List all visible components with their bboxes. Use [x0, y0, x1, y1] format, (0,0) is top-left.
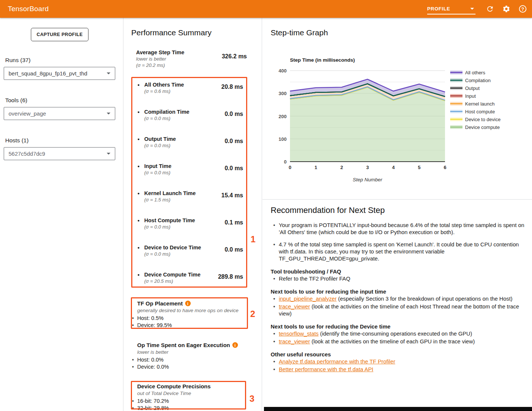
runs-select-value: bert_squad_8gpu_fp16_pvt_thd: [9, 70, 107, 77]
hosts-select[interactable]: 5627c5dd7dc9: [4, 147, 115, 160]
refresh-icon[interactable]: [485, 4, 495, 14]
chevron-down-icon: [107, 72, 110, 74]
metric-row: Device Compute Time(σ = 20.5 ms)289.8 ms: [136, 272, 243, 299]
recommendation-bullet: Your program is POTENTIALLY input-bound …: [271, 222, 528, 236]
recommendation-section: Recommendation for Next Step Your progra…: [271, 206, 528, 374]
metric-label: Output Time: [144, 136, 225, 142]
tools-label: Tools (6): [5, 97, 115, 104]
metric-label: All Others Time: [144, 82, 221, 88]
metric-value: 0.0 ms: [225, 111, 243, 136]
x-tick-label: 3: [366, 165, 369, 170]
metric-sigma: (σ = 0.0 ms): [144, 224, 225, 230]
metric-value: 0.0 ms: [225, 246, 243, 272]
app-title: TensorBoard: [8, 5, 49, 13]
link-tensorflow-stats[interactable]: tensorflow_stats: [279, 331, 319, 337]
item-text: (look at the activities on the timeline …: [310, 339, 475, 344]
dashboard-selector-value: PROFILE: [427, 6, 450, 12]
info-icon[interactable]: i: [185, 301, 191, 306]
recommendation-item: Refer to the TF2 Profiler FAQ: [271, 275, 528, 282]
item-text: (look at the activities on the timeline …: [279, 304, 519, 317]
link-input-pipeline-analyzer[interactable]: input_pipeline_analyzer: [279, 296, 336, 302]
step-time-breakdown-list: All Others Time(σ = 0.6 ms)20.8 msCompil…: [136, 82, 243, 299]
legend-label[interactable]: Input: [465, 93, 476, 99]
metric-sigma: (σ = 0.6 ms): [144, 88, 221, 94]
metric-label: Device to Device Time: [144, 245, 225, 250]
metric-sigma: (σ = 0.0 ms): [144, 251, 225, 257]
tf-op-placement-host: Host: 0.5%: [132, 315, 243, 322]
tools-selector-group: Tools (6) overview_page: [4, 97, 115, 120]
link-analyze-tf-data-performance-with-the-tf-profiler[interactable]: Analyze tf.data performance with the TF …: [279, 359, 395, 365]
metric-label: Input Time: [144, 163, 225, 169]
eager-execution-title: Op Time Spent on Eager Execution: [137, 342, 230, 348]
hosts-label: Hosts (1): [5, 137, 115, 144]
average-step-time-sigma: (σ = 20.2 ms): [136, 62, 222, 68]
step-time-chart[interactable]: Step Time (in milliseconds)0100200300400…: [275, 55, 528, 189]
x-tick-label: 5: [418, 165, 420, 170]
recommendation-heading: Next tools to use for reducing the input…: [271, 289, 528, 295]
metric-label: Host Compute Time: [144, 217, 225, 223]
recommendation-item: trace_viewer (look at the activities on …: [271, 338, 528, 345]
tf-op-placement-device: Device: 99.5%: [132, 322, 243, 329]
legend-label[interactable]: Device to device: [465, 117, 500, 122]
x-tick-label: 6: [444, 165, 446, 170]
help-question-glyph: ?: [519, 5, 526, 13]
y-tick-label: 200: [278, 114, 287, 119]
legend-label[interactable]: Host compute: [465, 109, 495, 114]
runs-selector-group: Runs (37) bert_squad_8gpu_fp16_pvt_thd: [4, 57, 115, 80]
metric-value: 0.1 ms: [225, 219, 243, 245]
capture-profile-button[interactable]: CAPTURE PROFILE: [31, 28, 88, 41]
metric-row: All Others Time(σ = 0.6 ms)20.8 ms: [136, 82, 243, 109]
help-icon[interactable]: ?: [518, 4, 528, 14]
item-text: (especially Section 3 for the breakdown …: [336, 296, 512, 302]
recommendation-title: Recommendation for Next Step: [271, 206, 528, 215]
metric-value: 289.8 ms: [218, 274, 243, 299]
step-time-graph-card: Step-time Graph Step Time (in millisecon…: [262, 18, 532, 200]
recommendation-bullet: 4.7 % of the total step time sampled is …: [271, 241, 528, 262]
y-tick-label: 400: [278, 68, 287, 74]
average-step-time-row: Average Step Time lower is better (σ = 2…: [136, 49, 247, 68]
link-better-performance-with-the-tf-data-api[interactable]: Better performance with the tf.data API: [279, 366, 373, 372]
step-time-graph-title: Step-time Graph: [271, 28, 328, 37]
eager-execution-subtitle: lower is better: [132, 349, 243, 355]
device-precisions-subtitle: out of Total Device Time: [132, 391, 243, 396]
y-tick-label: 300: [278, 91, 287, 96]
metric-label: Compilation Time: [144, 109, 225, 115]
performance-summary-panel: Performance Summary Average Step Time lo…: [123, 18, 262, 411]
chevron-down-icon: [107, 113, 110, 114]
legend-label[interactable]: All others: [465, 70, 486, 75]
chevron-down-icon: [470, 8, 474, 10]
x-tick-label: 1: [315, 165, 317, 170]
dashboard-selector[interactable]: PROFILE: [427, 3, 475, 14]
recommendation-item: tensorflow_stats (identify the time-cons…: [271, 330, 528, 337]
metric-row: Device to Device Time(σ = 0.0 ms)0.0 ms: [136, 245, 243, 272]
metric-sigma: (σ = 1.5 ms): [144, 197, 221, 203]
tools-select[interactable]: overview_page: [4, 107, 115, 120]
average-step-time-label: Average Step Time: [136, 49, 222, 55]
eager-execution-host: Host: 0.0%: [132, 356, 243, 363]
settings-icon[interactable]: [502, 4, 511, 14]
area-device-compute: [290, 87, 445, 162]
legend-label[interactable]: Device compute: [465, 124, 500, 130]
device-precisions-block: Device Compute Precisions out of Total D…: [132, 383, 243, 411]
tf-op-placement-block: TF Op Placementi generally desired to ha…: [132, 300, 243, 329]
legend-label[interactable]: Output: [465, 85, 480, 91]
metric-sigma: (σ = 20.5 ms): [144, 278, 218, 284]
device-precisions-16bit: 16-bit: 70.2%: [132, 398, 243, 405]
metric-row: Output Time(σ = 0.0 ms)0.0 ms: [136, 136, 243, 163]
metric-row: Host Compute Time(σ = 0.0 ms)0.1 ms: [136, 217, 243, 245]
tf-op-placement-subtitle: generally desired to have more ops on de…: [132, 308, 243, 313]
link-trace-viewer[interactable]: trace_viewer: [279, 304, 310, 310]
legend-label[interactable]: Kernel launch: [465, 101, 495, 107]
app-header: TensorBoard PROFILE ?: [0, 0, 532, 18]
chart-axis-title: Step Time (in milliseconds): [290, 57, 355, 63]
legend-label[interactable]: Compilation: [465, 78, 491, 83]
link-trace-viewer[interactable]: trace_viewer: [279, 339, 310, 344]
recommendation-heading: Tool troubleshooting / FAQ: [271, 269, 528, 275]
device-precisions-32bit: 32-bit: 29.8%: [132, 405, 243, 411]
chevron-down-icon: [107, 153, 110, 155]
right-panel: Step-time Graph Step Time (in millisecon…: [262, 18, 532, 411]
info-icon[interactable]: i: [232, 342, 238, 348]
tools-select-value: overview_page: [9, 110, 107, 117]
runs-select[interactable]: bert_squad_8gpu_fp16_pvt_thd: [4, 67, 115, 80]
x-tick-label: 4: [392, 165, 395, 170]
